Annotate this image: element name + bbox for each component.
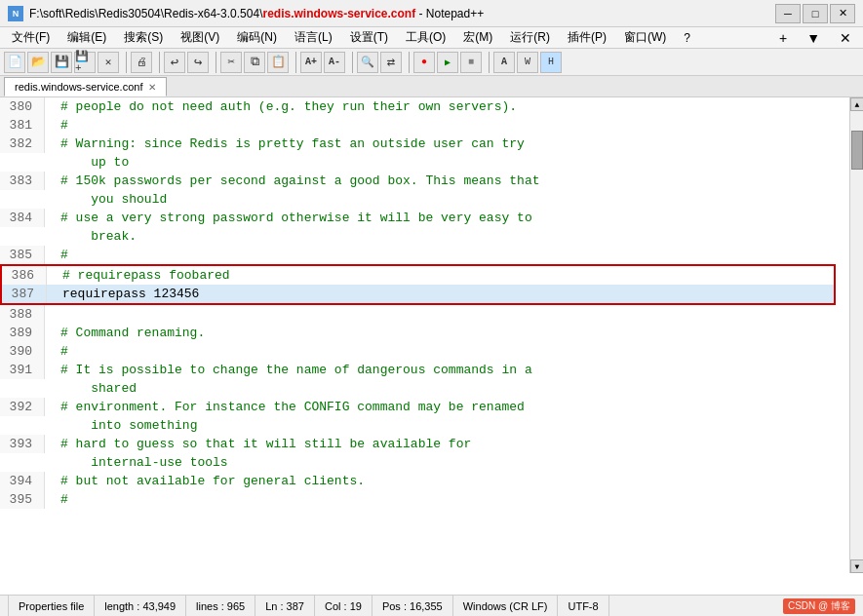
line-content: #	[53, 342, 849, 361]
table-row: 389 # Command renaming.	[0, 324, 849, 342]
title-bar: N F:\soft\Redis\Redis30504\Redis-x64-3.0…	[0, 0, 863, 27]
toolbar-expand[interactable]: ▼	[799, 28, 828, 48]
sep5	[349, 52, 353, 73]
menu-settings[interactable]: 设置(T)	[342, 27, 396, 48]
line-content: #	[53, 490, 849, 509]
line-content: # but not available for general clients.	[53, 472, 849, 490]
cut-button[interactable]	[220, 52, 242, 73]
tab-label: redis.windows-service.conf	[15, 81, 142, 93]
copy-button[interactable]	[244, 52, 265, 73]
status-pos: Pos : 16,355	[373, 596, 453, 617]
line-number: 391	[0, 361, 45, 379]
zoom-in-button[interactable]	[300, 52, 322, 73]
sep7	[486, 52, 490, 73]
redo-button[interactable]	[187, 52, 209, 73]
menu-plugins[interactable]: 插件(P)	[560, 27, 614, 48]
tab-redis-conf[interactable]: redis.windows-service.conf ✕	[4, 77, 167, 96]
sep3	[213, 52, 216, 73]
status-col: Col : 19	[315, 596, 373, 617]
find-button[interactable]	[357, 52, 378, 73]
line-number: 380	[0, 97, 45, 116]
close-button[interactable]: ✕	[830, 4, 855, 23]
title-text: F:\soft\Redis\Redis30504\Redis-x64-3.0.5…	[29, 7, 775, 20]
replace-button[interactable]	[380, 52, 402, 73]
status-lines: lines : 965	[186, 596, 255, 617]
open-button[interactable]	[27, 52, 49, 73]
wrap-button[interactable]: W	[517, 52, 538, 73]
table-row: 393 # hard to guess so that it will stil…	[0, 435, 849, 472]
status-length: length : 43,949	[95, 596, 186, 617]
scroll-down-arrow[interactable]: ▼	[850, 559, 863, 573]
minimize-button[interactable]: ─	[775, 4, 801, 23]
toolbar: 💾+ ✕ 🖨 ● ▶ ■ A W H	[0, 49, 863, 76]
line-content: # hard to guess so that it will still be…	[53, 435, 849, 472]
table-row: 385 #	[0, 246, 849, 264]
menu-bar: 文件(F) 编辑(E) 搜索(S) 视图(V) 编码(N) 语言(L) 设置(T…	[0, 27, 863, 49]
line-number: 386	[2, 266, 47, 285]
menu-search[interactable]: 搜索(S)	[116, 27, 171, 48]
line-number: 394	[0, 472, 45, 490]
menu-language[interactable]: 语言(L)	[287, 27, 340, 48]
new-button[interactable]	[4, 52, 25, 73]
filename-highlight: redis.windows-service.conf	[262, 7, 415, 20]
sep4	[293, 52, 296, 73]
scroll-thumb[interactable]	[851, 131, 863, 170]
zoom-out-button[interactable]	[324, 52, 345, 73]
table-row: 381 #	[0, 116, 849, 135]
menu-view[interactable]: 视图(V)	[173, 27, 227, 48]
paste-button[interactable]	[267, 52, 289, 73]
menu-macro[interactable]: 宏(M)	[455, 27, 500, 48]
menu-encode[interactable]: 编码(N)	[229, 27, 285, 48]
sep2	[156, 52, 160, 73]
table-row: 392 # environment. For instance the CONF…	[0, 398, 849, 435]
save-all-button[interactable]: 💾+	[74, 52, 96, 73]
status-ln: Ln : 387	[255, 596, 315, 617]
toolbar-pin[interactable]: +	[771, 28, 795, 48]
lines-container: 380 # people do not need auth (e.g. they…	[0, 97, 863, 595]
menu-file[interactable]: 文件(F)	[4, 27, 58, 48]
maximize-button[interactable]: □	[803, 4, 828, 23]
menu-help[interactable]: ?	[676, 29, 698, 47]
line-number: 393	[0, 435, 45, 453]
scrollbar-right[interactable]: ▲ ▼	[849, 97, 863, 573]
close-file-button[interactable]: ✕	[98, 52, 119, 73]
table-row: 382 # Warning: since Redis is pretty fas…	[0, 135, 849, 172]
sep6	[406, 52, 410, 73]
table-row: 386 # requirepass foobared	[0, 264, 836, 285]
syntax-button[interactable]: H	[540, 52, 562, 73]
menu-window[interactable]: 窗口(W)	[616, 27, 674, 48]
toolbar-more[interactable]: ✕	[832, 28, 859, 48]
macro-stop[interactable]: ■	[460, 52, 482, 73]
line-content: #	[53, 246, 849, 264]
table-row: 395 #	[0, 490, 849, 509]
status-filetype: Properties file	[8, 596, 95, 617]
macro-play[interactable]: ▶	[437, 52, 458, 73]
scroll-up-arrow[interactable]: ▲	[850, 97, 863, 111]
table-row: 388	[0, 305, 849, 324]
line-content: # requirepass foobared	[55, 266, 834, 285]
line-content: # use a very strong password otherwise i…	[53, 209, 849, 246]
table-row: 383 # 150k passwords per second against …	[0, 172, 849, 209]
macro-button[interactable]: ●	[413, 52, 435, 73]
status-right: CSDN @ 博客	[775, 598, 855, 614]
table-row: 387 requirepass 123456	[0, 285, 836, 305]
menu-run[interactable]: 运行(R)	[502, 27, 558, 48]
line-number: 381	[0, 116, 45, 135]
table-row: 394 # but not available for general clie…	[0, 472, 849, 490]
line-content: # 150k passwords per second against a go…	[53, 172, 849, 209]
line-number: 385	[0, 246, 45, 264]
line-content: # environment. For instance the CONFIG c…	[53, 398, 849, 435]
indent-button[interactable]: A	[493, 52, 515, 73]
print-button[interactable]: 🖨	[131, 52, 152, 73]
tab-close-icon[interactable]: ✕	[148, 82, 156, 93]
csdn-badge: CSDN @ 博客	[783, 598, 855, 614]
menu-tools[interactable]: 工具(O)	[398, 27, 453, 48]
undo-button[interactable]	[164, 52, 185, 73]
line-number: 387	[2, 285, 47, 303]
line-number: 382	[0, 135, 45, 153]
table-row: 390 #	[0, 342, 849, 361]
sep1	[123, 52, 127, 73]
line-number: 389	[0, 324, 45, 342]
menu-edit[interactable]: 编辑(E)	[59, 27, 114, 48]
save-button[interactable]	[51, 52, 72, 73]
